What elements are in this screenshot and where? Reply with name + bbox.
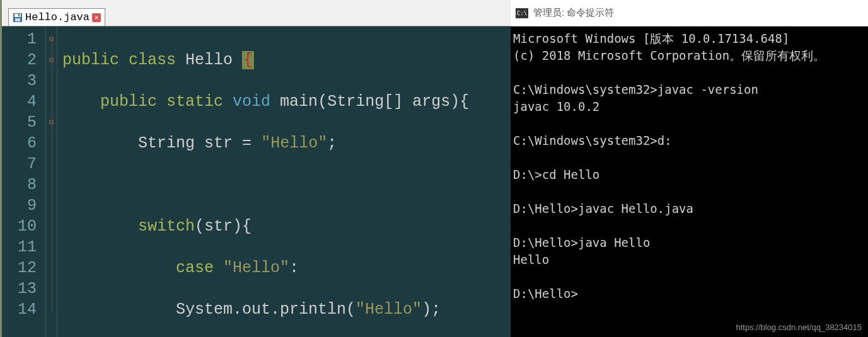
line-number: 9 [2,195,45,216]
terminal-title: 管理员: 命令提示符 [533,7,614,19]
line-number: 13 [2,278,45,299]
terminal-pane: C:\ 管理员: 命令提示符 Microsoft Windows [版本 10.… [511,0,868,337]
line-number: 6 [2,133,45,154]
line-number: 14 [2,299,45,320]
line-number: 1 [2,29,45,50]
code-text[interactable]: public class Hello { public static void … [57,26,511,337]
line-number: 4 [2,91,45,112]
line-number: 12 [2,258,45,278]
line-number-gutter: 1 2 3 4 5 6 7 8 9 10 11 12 13 14 [2,26,46,337]
line-number: 7 [2,154,45,174]
svg-rect-3 [18,14,20,16]
terminal-output[interactable]: Microsoft Windows [版本 10.0.17134.648] (c… [511,26,868,337]
terminal-titlebar: C:\ 管理员: 命令提示符 [511,0,868,26]
line-number: 8 [2,174,45,195]
fold-column: ⊟ ⊟ ⊟ [46,26,57,337]
save-icon [13,13,23,23]
cmd-prompt-icon: C:\ [516,8,528,18]
line-number: 5 [2,112,45,133]
line-number: 2 [2,50,45,71]
code-editor-pane: Hello.java ✕ 1 2 3 4 5 6 7 8 9 10 11 12 … [0,0,511,337]
tab-filename: Hello.java [25,11,90,23]
svg-rect-1 [14,14,21,17]
close-icon[interactable]: ✕ [92,13,101,22]
file-tab[interactable]: Hello.java ✕ [8,8,105,26]
watermark: https://blog.csdn.net/qq_38234015 [736,323,862,332]
line-number: 11 [2,237,45,258]
line-number: 3 [2,71,45,91]
tab-bar: Hello.java ✕ [2,0,511,26]
line-number: 10 [2,216,45,237]
code-area[interactable]: 1 2 3 4 5 6 7 8 9 10 11 12 13 14 ⊟ ⊟ ⊟ p… [2,26,511,337]
svg-rect-2 [15,18,20,21]
